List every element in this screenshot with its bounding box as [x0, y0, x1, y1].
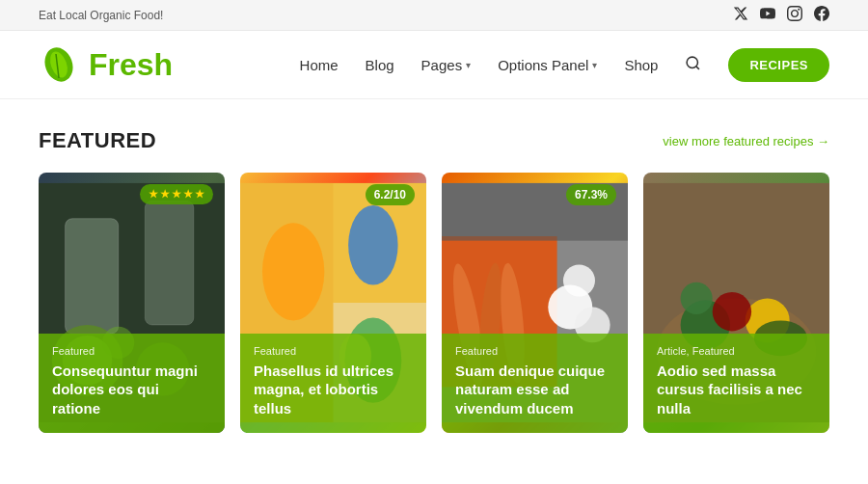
logo[interactable]: Fresh — [39, 44, 173, 85]
nav-shop[interactable]: Shop — [624, 57, 658, 73]
nav-blog[interactable]: Blog — [366, 57, 394, 73]
card-3-overlay: Featured Suam denique cuique naturam ess… — [442, 334, 628, 434]
card-4-title: Aodio sed massa cursus facilisis a nec n… — [657, 362, 816, 418]
recipes-button[interactable]: RECIPES — [728, 48, 829, 82]
card-3-rating-badge: 67.3% — [566, 184, 616, 205]
card-2-rating-badge: 6.2/10 — [366, 184, 415, 205]
nav-pages[interactable]: Pages ▾ — [421, 57, 472, 73]
card-3-category: Featured — [455, 345, 614, 357]
search-icon[interactable] — [685, 55, 701, 75]
instagram-icon[interactable] — [787, 6, 802, 24]
svg-point-16 — [348, 205, 397, 285]
svg-point-27 — [563, 264, 595, 296]
logo-text: Fresh — [89, 47, 173, 83]
view-more-link[interactable]: view more featured recipes → — [663, 134, 829, 148]
featured-header: FEATURED view more featured recipes → — [39, 128, 829, 153]
top-bar-tagline: Eat Local Organic Food! — [39, 9, 163, 22]
navigation: Home Blog Pages ▾ Options Panel ▾ Shop R… — [300, 48, 829, 82]
featured-card-4[interactable]: Article, Featured Aodio sed massa cursus… — [643, 173, 829, 433]
featured-title: FEATURED — [39, 128, 156, 153]
card-1-overlay: Featured Consequuntur magni dolores eos … — [39, 334, 225, 434]
card-2-title: Phasellus id ultrices magna, et lobortis… — [254, 362, 413, 418]
twitter-icon[interactable] — [733, 6, 748, 24]
card-1-title: Consequuntur magni dolores eos qui ratio… — [52, 362, 211, 418]
svg-point-15 — [262, 223, 324, 320]
featured-card-1[interactable]: ★ ★ ★ ★ ★ Featured Consequuntur magni do… — [39, 173, 225, 433]
card-1-rating-badge: ★ ★ ★ ★ ★ — [140, 184, 213, 204]
featured-card-3[interactable]: 67.3% Featured Suam denique cuique natur… — [442, 173, 628, 433]
featured-card-2[interactable]: 6.2/10 Featured Phasellus id ultrices ma… — [240, 173, 426, 433]
svg-rect-7 — [145, 201, 194, 325]
header: Fresh Home Blog Pages ▾ Options Panel ▾ … — [0, 31, 868, 99]
card-2-category: Featured — [254, 345, 413, 357]
card-4-overlay: Article, Featured Aodio sed massa cursus… — [643, 334, 829, 434]
svg-rect-6 — [66, 219, 119, 334]
card-2-overlay: Featured Phasellus id ultrices magna, et… — [240, 334, 426, 434]
svg-line-4 — [696, 66, 699, 68]
card-3-title: Suam denique cuique naturam esse ad vive… — [455, 362, 614, 418]
cards-grid: ★ ★ ★ ★ ★ Featured Consequuntur magni do… — [39, 173, 829, 433]
social-icons — [733, 6, 829, 24]
card-4-category: Article, Featured — [657, 345, 816, 357]
svg-point-3 — [688, 57, 698, 67]
nav-options-panel[interactable]: Options Panel ▾ — [498, 57, 597, 73]
facebook-icon[interactable] — [814, 6, 829, 24]
pages-dropdown-arrow: ▾ — [466, 60, 471, 70]
card-1-category: Featured — [52, 345, 211, 357]
top-bar: Eat Local Organic Food! — [0, 0, 868, 31]
svg-point-35 — [681, 282, 713, 314]
logo-leaf-icon — [39, 44, 79, 85]
main-content: FEATURED view more featured recipes → ★ — [0, 99, 868, 462]
svg-point-34 — [713, 292, 751, 331]
options-dropdown-arrow: ▾ — [592, 60, 597, 70]
nav-home[interactable]: Home — [300, 57, 339, 73]
youtube-icon[interactable] — [760, 6, 775, 24]
